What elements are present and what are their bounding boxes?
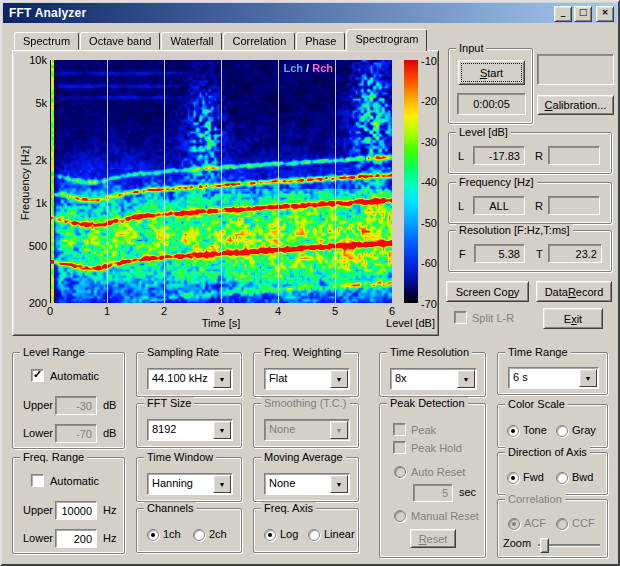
channels-1ch-radio[interactable] [147, 529, 159, 541]
time-tick: 2 [154, 305, 174, 317]
freq-range-title: Freq. Range [20, 451, 87, 463]
time-window-combo[interactable]: Hanning ▼ [147, 473, 233, 495]
freq-range-lower-unit: Hz [103, 532, 116, 544]
time-range-combo[interactable]: 6 s ▼ [508, 367, 599, 389]
channels-2ch-label: 2ch [209, 528, 227, 540]
freq-axis-linear-radio[interactable] [308, 529, 320, 541]
colorbar-tick: -30 [421, 136, 437, 148]
freq-axis-log-radio[interactable] [264, 529, 276, 541]
freq-range-automatic-label: Automatic [50, 475, 99, 487]
minimize-button[interactable]: _ [554, 6, 572, 22]
start-button[interactable]: Start [458, 60, 525, 85]
freq-range-group: Freq. Range Automatic Upper 10000 Hz Low… [12, 457, 125, 554]
titlebar[interactable]: FFT Analyzer _ □ × [3, 3, 617, 23]
tab-waterfall[interactable]: Waterfall [161, 32, 222, 50]
input-group-title: Input [456, 42, 486, 54]
freq-range-lower-input[interactable]: 200 [55, 529, 97, 548]
resolution-group: Resolution [F:Hz,T:ms] F 5.38 T 23.2 [448, 230, 612, 272]
auto-reset-input: 5 [413, 484, 453, 502]
level-range-automatic-checkbox[interactable] [31, 369, 44, 382]
moving-average-group: Moving Average None ▼ [253, 457, 359, 502]
chevron-down-icon[interactable]: ▼ [579, 369, 597, 387]
smoothing-value: None [269, 423, 295, 435]
chevron-down-icon: ▼ [330, 421, 348, 439]
close-button[interactable]: × [596, 6, 614, 22]
tab-spectrogram[interactable]: Spectrogram [346, 29, 427, 51]
screen-copy-button[interactable]: Screen Copy [446, 281, 529, 302]
chevron-down-icon[interactable]: ▼ [213, 421, 231, 439]
tab-octave-band[interactable]: Octave band [80, 32, 160, 50]
fft-size-combo[interactable]: 8192 ▼ [147, 419, 233, 441]
frequency-group-title: Frequency [Hz] [456, 176, 537, 188]
input-group: Input Start 0:00:05 [448, 48, 533, 124]
chevron-down-icon[interactable]: ▼ [330, 370, 348, 388]
maximize-button[interactable]: □ [574, 6, 592, 22]
elapsed-time-display: 0:00:05 [457, 93, 526, 115]
direction-bwd-label: Bwd [572, 471, 593, 483]
direction-bwd-radio[interactable] [556, 472, 568, 484]
frequency-r-value [548, 196, 600, 215]
sampling-rate-group: Sampling Rate 44.100 kHz ▼ [136, 352, 242, 397]
freq-axis-linear-label: Linear [324, 528, 355, 540]
level-r-label: R [535, 150, 543, 162]
peak-checkbox [393, 423, 406, 436]
window-controls: _ □ × [552, 6, 614, 22]
tab-correlation[interactable]: Correlation [223, 32, 295, 50]
level-l-value: -17.83 [473, 146, 525, 165]
data-record-button[interactable]: Data Record [536, 281, 612, 302]
resolution-f-label: F [459, 248, 466, 260]
fft-size-value: 8192 [152, 423, 176, 435]
color-scale-gray-radio[interactable] [556, 425, 568, 437]
chevron-down-icon[interactable]: ▼ [213, 475, 231, 493]
level-range-automatic-label: Automatic [50, 370, 99, 382]
colorbar-tick: -10 [421, 55, 437, 67]
level-range-upper-input[interactable]: -30 [55, 396, 97, 415]
level-range-lower-input[interactable]: -70 [55, 424, 97, 443]
tab-spectrum[interactable]: Spectrum [14, 32, 79, 50]
level-group-title: Level [dB] [456, 126, 511, 138]
direction-fwd-radio[interactable] [507, 472, 519, 484]
freq-range-upper-label: Upper [23, 504, 53, 516]
resolution-group-title: Resolution [F:Hz,T:ms] [456, 224, 573, 236]
freq-range-upper-input[interactable]: 10000 [55, 501, 97, 520]
peak-hold-label: Peak Hold [411, 442, 462, 454]
time-tick: 3 [211, 305, 231, 317]
time-range-title: Time Range [505, 346, 571, 358]
freq-weighting-combo[interactable]: Flat ▼ [264, 368, 350, 390]
freq-axis-label: Frequency [Hz] [19, 138, 31, 228]
time-resolution-group: Time Resolution 8x ▼ [379, 352, 486, 397]
chevron-down-icon[interactable]: ▼ [330, 475, 348, 493]
freq-tick: 10k [15, 54, 47, 66]
calibration-button[interactable]: Calibration... [537, 95, 614, 115]
exit-button[interactable]: Exit [543, 308, 603, 329]
channels-title: Channels [144, 502, 196, 514]
freq-range-upper-unit: Hz [103, 504, 116, 516]
freq-axis-title: Freq. Axis [261, 502, 316, 514]
time-resolution-combo[interactable]: 8x ▼ [390, 368, 477, 390]
freq-range-automatic-checkbox[interactable] [31, 474, 44, 487]
frequency-r-label: R [535, 200, 543, 212]
freq-tick: 1k [15, 197, 47, 209]
tab-strip: Spectrum Octave band Waterfall Correlati… [14, 28, 428, 50]
auto-reset-radio [394, 466, 406, 478]
freq-axis-log-label: Log [280, 528, 298, 540]
chevron-down-icon[interactable]: ▼ [457, 370, 475, 388]
moving-average-value: None [269, 477, 295, 489]
split-lr-label: Split L-R [472, 312, 514, 324]
sampling-rate-combo[interactable]: 44.100 kHz ▼ [147, 368, 233, 390]
frequency-l-value: ALL [473, 196, 525, 215]
color-scale-tone-radio[interactable] [507, 425, 519, 437]
freq-tick: 2k [15, 154, 47, 166]
correlation-acf-radio [508, 518, 520, 530]
channels-2ch-radio[interactable] [193, 529, 205, 541]
level-range-title: Level Range [20, 346, 88, 358]
direction-fwd-label: Fwd [523, 471, 544, 483]
moving-average-combo[interactable]: None ▼ [264, 473, 350, 495]
zoom-slider-thumb[interactable] [540, 538, 549, 553]
fft-analyzer-window: FFT Analyzer _ □ × Spectrum Octave band … [0, 0, 620, 566]
time-window-group: Time Window Hanning ▼ [136, 457, 242, 502]
chevron-down-icon[interactable]: ▼ [213, 370, 231, 388]
split-lr-checkbox[interactable] [454, 311, 467, 324]
tab-phase[interactable]: Phase [296, 32, 345, 50]
freq-weighting-value: Flat [269, 372, 287, 384]
